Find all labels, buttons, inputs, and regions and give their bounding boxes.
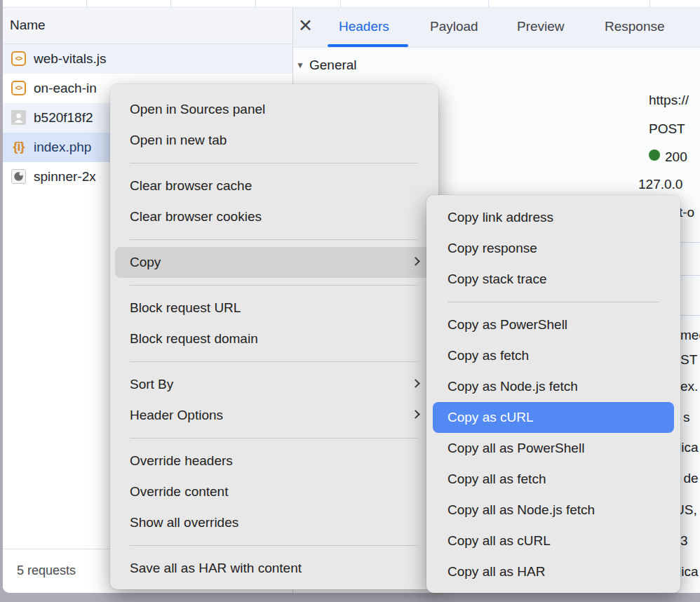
header-value-fragment: lica (678, 564, 699, 580)
menu-item-header-options[interactable]: Header Options (110, 400, 438, 431)
chevron-right-icon (411, 410, 420, 419)
column-divider (170, 0, 171, 7)
menu-item-label: Copy stack trace (447, 272, 547, 286)
chevron-right-icon (411, 379, 420, 388)
menu-item-label: Copy as PowerShell (447, 317, 567, 332)
tab-preview[interactable]: Preview (517, 19, 565, 34)
menu-item-copy-as-powershell[interactable]: Copy as PowerShell (426, 309, 680, 340)
menu-item-label: Clear browser cookies (130, 209, 262, 224)
menu-item-copy[interactable]: Copy (115, 247, 433, 278)
menu-item-copy-all-as-har[interactable]: Copy all as HAR (426, 556, 680, 587)
column-divider (255, 0, 256, 7)
menu-item-copy-all-as-fetch[interactable]: Copy all as fetch (426, 464, 680, 495)
menu-item-label: Clear browser cache (130, 178, 252, 193)
menu-item-label: Copy all as Node.js fetch (447, 502, 595, 517)
tab-headers[interactable]: Headers (339, 19, 389, 34)
script-icon: <> (11, 51, 26, 66)
name-column-header[interactable]: Name (3, 8, 292, 44)
request-method-value: POST (649, 121, 685, 137)
table-row[interactable]: <> web-vitals.js (3, 44, 292, 74)
menu-item-show-all-overrides[interactable]: Show all overrides (110, 507, 438, 538)
menu-item-block-request-url[interactable]: Block request URL (110, 293, 438, 323)
menu-item-label: Copy link address (447, 210, 553, 225)
header-value-fragment: 3 (680, 533, 688, 549)
menu-item-clear-browser-cache[interactable]: Clear browser cache (110, 170, 438, 201)
menu-item-label: Copy response (447, 241, 537, 255)
referrer-policy-value: t-o (679, 205, 694, 220)
request-name: b520f18f2 (34, 110, 93, 126)
menu-item-copy-as-curl[interactable]: Copy as cURL (433, 402, 674, 433)
status-code-value: 200 (665, 149, 687, 165)
menu-item-copy-as-fetch[interactable]: Copy as fetch (426, 340, 680, 371)
menu-item-label: Save all as HAR with content (130, 561, 302, 575)
section-divider (678, 275, 700, 276)
image-spinner-icon (11, 169, 26, 184)
general-section-label: General (309, 58, 357, 73)
devtools-screenshot: Name <> web-vitals.js <> on-each-in b520… (0, 0, 700, 602)
menu-item-label: Show all overrides (130, 515, 238, 530)
header-value-fragment: lica (678, 440, 699, 455)
request-name: spinner-2x (34, 169, 96, 185)
menu-item-label: Header Options (130, 408, 223, 422)
menu-item-open-in-new-tab[interactable]: Open in new tab (110, 125, 438, 156)
column-divider (488, 0, 489, 7)
menu-separator (447, 302, 659, 302)
menu-item-label: Block request URL (130, 300, 241, 315)
section-divider (678, 315, 700, 316)
image-avatar-icon (11, 110, 26, 125)
menu-item-label: Copy as fetch (447, 348, 529, 363)
column-divider (649, 0, 650, 7)
header-value-fragment: ex. (680, 379, 698, 394)
menu-item-label: Copy all as cURL (447, 533, 551, 548)
menu-item-clear-browser-cookies[interactable]: Clear browser cookies (110, 201, 438, 232)
column-divider (86, 0, 87, 7)
menu-separator (130, 361, 417, 362)
menu-item-copy-link-address[interactable]: Copy link address (426, 202, 680, 233)
menu-item-label: Copy (130, 255, 161, 269)
menu-item-save-all-as-har[interactable]: Save all as HAR with content (110, 553, 438, 584)
menu-item-label: Copy all as fetch (447, 471, 546, 486)
menu-item-block-request-domain[interactable]: Block request domain (110, 323, 438, 354)
column-divider (340, 0, 341, 7)
tab-response[interactable]: Response (605, 19, 665, 34)
menu-item-override-content[interactable]: Override content (110, 476, 438, 507)
menu-item-copy-as-nodejs-fetch[interactable]: Copy as Node.js fetch (426, 371, 680, 402)
status-ok-dot-icon (649, 149, 660, 161)
menu-separator (130, 545, 417, 546)
menu-separator (130, 163, 417, 163)
menu-item-label: Override content (130, 484, 228, 499)
menu-separator (130, 285, 417, 286)
close-icon[interactable]: ✕ (298, 15, 313, 36)
menu-separator (130, 239, 417, 240)
menu-item-label: Block request domain (130, 331, 258, 346)
code-braces-icon: {i} (11, 140, 26, 154)
menu-item-label: Sort By (130, 377, 173, 392)
remote-address-value: 127.0.0 (638, 177, 682, 192)
menu-item-copy-stack-trace[interactable]: Copy stack trace (426, 264, 680, 295)
copy-submenu: Copy link address Copy response Copy sta… (426, 195, 680, 593)
context-menu: Open in Sources panel Open in new tab Cl… (110, 84, 438, 589)
menu-item-sort-by[interactable]: Sort By (110, 369, 438, 400)
menu-item-label: Open in Sources panel (130, 102, 265, 116)
menu-item-copy-response[interactable]: Copy response (426, 233, 680, 264)
menu-item-copy-all-as-curl[interactable]: Copy all as cURL (426, 526, 680, 556)
menu-item-label: Copy as cURL (447, 410, 534, 424)
requests-count: 5 requests (17, 563, 76, 578)
menu-item-copy-all-as-nodejs-fetch[interactable]: Copy all as Node.js fetch (426, 495, 680, 526)
menu-separator (130, 438, 417, 439)
tab-payload[interactable]: Payload (430, 19, 478, 34)
menu-item-copy-all-as-powershell[interactable]: Copy all as PowerShell (426, 433, 680, 464)
menu-item-label: Copy as Node.js fetch (447, 379, 578, 394)
header-value-fragment: ST (680, 352, 697, 368)
general-section-header[interactable]: ▼ General (293, 48, 700, 81)
menu-item-label: Copy all as HAR (447, 564, 545, 579)
menu-item-override-headers[interactable]: Override headers (110, 446, 438, 476)
request-name: index.php (34, 140, 91, 155)
menu-item-label: Override headers (130, 453, 233, 468)
menu-item-label: Open in new tab (130, 133, 227, 147)
menu-item-label: Copy all as PowerShell (447, 441, 584, 455)
details-tab-bar: ✕ Headers Payload Preview Response (293, 8, 700, 48)
request-url-value: https:// (649, 93, 689, 108)
menu-item-open-in-sources[interactable]: Open in Sources panel (110, 94, 438, 125)
chevron-down-icon: ▼ (296, 60, 304, 70)
